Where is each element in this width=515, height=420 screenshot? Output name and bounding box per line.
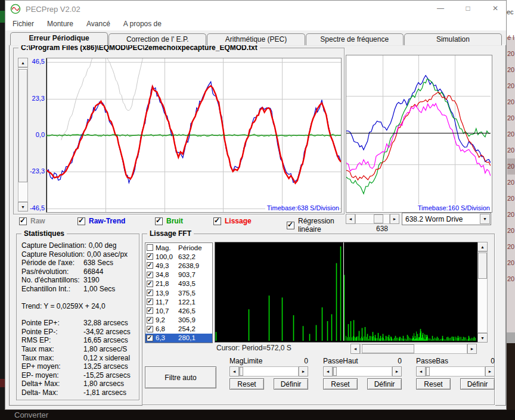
periodic-error-plot[interactable]: Timebase:638 S/Division — [46, 58, 342, 213]
tab-correction-ep[interactable]: Correction de l' E.P. — [108, 33, 206, 45]
checkbox-label: Raw-Trend — [89, 217, 125, 225]
scroll-left-icon[interactable]: ◄ — [416, 366, 426, 377]
checkbox-icon[interactable] — [147, 298, 153, 305]
tab-erreur-periodique[interactable]: Erreur Périodique — [10, 32, 108, 45]
filtre-auto-button[interactable]: Filtre auto — [145, 366, 216, 388]
checkbox-icon[interactable] — [147, 253, 153, 260]
checkbox-regression-lineaire[interactable]: Régression linéaire — [287, 217, 343, 234]
passehaut-reset-button[interactable]: Reset — [323, 378, 358, 390]
tab-spectre-frequence[interactable]: Spectre de fréquence — [306, 33, 404, 45]
scroll-right-icon[interactable]: ► — [299, 366, 308, 377]
scrollbar-thumb[interactable] — [362, 344, 414, 353]
fft-item-period: 903,7 — [178, 271, 196, 278]
scroll-left-icon[interactable]: ◄ — [346, 214, 355, 224]
checkbox-icon[interactable] — [147, 281, 153, 287]
maglimite-reset-button[interactable]: Reset — [229, 378, 264, 390]
checkbox-icon[interactable] — [287, 222, 294, 229]
slider-thumb[interactable] — [333, 367, 337, 376]
background-fragment-green — [0, 11, 5, 23]
scrollbar-thumb[interactable] — [374, 214, 383, 223]
fft-horizontal-scrollbar[interactable]: ◄ ► — [350, 344, 477, 354]
fft-list-item[interactable]: 11,7122,1 — [145, 297, 212, 306]
menu-avance[interactable]: Avancé — [86, 20, 110, 28]
checkbox-icon[interactable] — [147, 244, 153, 251]
app-icon — [10, 4, 21, 14]
scroll-left-icon[interactable]: ◄ — [350, 344, 360, 354]
passebas-definir-button[interactable]: Définir — [460, 378, 495, 390]
scrollbar-thumb[interactable] — [478, 253, 487, 279]
maximize-icon[interactable]: □ — [458, 1, 478, 16]
minimize-icon[interactable]: — — [430, 1, 451, 16]
fft-list-item[interactable]: 100,0632,2 — [145, 252, 212, 261]
stat-value: 1,80 arcsec/S — [83, 345, 127, 354]
fft-list-item[interactable]: 21,8493,5 — [145, 279, 212, 288]
checkbox-bruit[interactable]: Bruit — [155, 217, 183, 225]
worm-cycle-scrollbar[interactable]: ◄ ► — [346, 214, 399, 224]
checkbox-label: Raw — [30, 217, 45, 225]
scroll-up-icon[interactable]: ▲ — [477, 242, 488, 251]
worm-drive-select[interactable]: 638.2 Worm Drive ▼ — [402, 213, 491, 225]
checkbox-icon[interactable] — [147, 317, 153, 323]
checkbox-icon[interactable] — [213, 217, 221, 225]
checkbox-icon[interactable] — [147, 272, 153, 278]
fft-spectrum-plot[interactable] — [215, 242, 478, 343]
checkbox-icon[interactable] — [147, 290, 153, 296]
title-bar[interactable]: PECPrep V2.02 — □ ✕ — [5, 1, 506, 17]
scroll-left-icon[interactable]: ◄ — [229, 366, 239, 377]
checkbox-icon[interactable] — [147, 326, 153, 332]
checkbox-lissage[interactable]: Lissage — [213, 217, 252, 225]
main-chart-vertical-scrollbar[interactable]: ▲ ▼ — [18, 58, 28, 211]
stat-row: Pas/révolution:66844 — [21, 267, 136, 276]
checkbox-icon[interactable] — [77, 217, 85, 225]
slider-thumb[interactable] — [240, 367, 243, 376]
checkbox-icon[interactable] — [155, 217, 163, 225]
fft-component-list[interactable]: Mag.Période100,0632,249,32638,934,8903,7… — [145, 242, 213, 343]
scroll-right-icon[interactable]: ► — [390, 214, 399, 224]
stat-value: 1,80 arcsecs — [83, 379, 124, 388]
fft-list-item[interactable]: 49,32638,9 — [145, 261, 212, 270]
checkbox-icon[interactable] — [19, 217, 27, 225]
scroll-right-icon[interactable]: ► — [467, 344, 477, 354]
checkbox-raw[interactable]: Raw — [19, 217, 45, 225]
fft-list-item[interactable]: 9,2305,9 — [145, 316, 212, 325]
stat-row: RMS EP:16,65 arcsecs — [21, 336, 136, 345]
slider-thumb[interactable] — [426, 367, 430, 376]
checkbox-raw-trend[interactable]: Raw-Trend — [77, 217, 125, 225]
checkbox-icon[interactable] — [147, 307, 153, 314]
maglimite-slider[interactable]: ◄ ► — [229, 366, 308, 377]
stat-label: Pointe EP+: — [21, 319, 83, 328]
fft-vertical-scrollbar[interactable]: ▲ ▼ — [477, 242, 488, 343]
passehaut-definir-button[interactable]: Définir — [367, 378, 402, 390]
checkbox-icon[interactable] — [147, 262, 153, 269]
maglimite-definir-button[interactable]: Définir — [274, 378, 308, 390]
menu-monture[interactable]: Monture — [47, 20, 73, 28]
stat-label: Taux max: — [21, 354, 83, 363]
tab-strip: Erreur Périodique Correction de l' E.P. … — [10, 32, 502, 45]
menu-fichier[interactable]: Fichier — [13, 20, 34, 28]
close-icon[interactable]: ✕ — [485, 1, 505, 16]
tab-arithmetique-pec[interactable]: Arithmétique (PEC) — [207, 33, 305, 45]
scroll-right-icon[interactable]: ► — [392, 366, 402, 377]
tab-simulation[interactable]: Simulation — [404, 33, 502, 45]
fft-item-mag: 9,2 — [156, 316, 176, 323]
menu-a-propos[interactable]: A propos de — [123, 20, 162, 28]
fft-list-item[interactable]: 34,8903,7 — [145, 270, 212, 279]
checkbox-icon[interactable] — [147, 335, 153, 341]
fft-list-item[interactable]: 10,7426,5 — [145, 306, 212, 315]
fft-list-item[interactable]: 6,3280,1 — [145, 334, 212, 343]
scroll-left-icon[interactable]: ◄ — [323, 366, 333, 377]
worm-cycle-plot[interactable]: Timebase:160 S/Division — [346, 55, 492, 213]
passebas-reset-button[interactable]: Reset — [416, 378, 451, 390]
scroll-down-icon[interactable]: ▼ — [477, 333, 488, 343]
scroll-down-icon[interactable]: ▼ — [18, 202, 28, 211]
chevron-down-icon[interactable]: ▼ — [480, 214, 490, 224]
fft-list-item[interactable]: 6,8254,2 — [145, 325, 212, 334]
passehaut-slider[interactable]: ◄ ► — [323, 366, 402, 377]
scroll-right-icon[interactable]: ► — [485, 366, 495, 377]
scrollbar-thumb[interactable] — [18, 69, 27, 182]
passebas-slider[interactable]: ◄ ► — [416, 366, 495, 377]
fft-list-item[interactable]: 13,9375,5 — [145, 288, 212, 297]
passehaut-label: PasseHaut — [323, 357, 358, 365]
scroll-up-icon[interactable]: ▲ — [18, 58, 28, 67]
stat-value: 13,25 arcsecs — [83, 362, 128, 371]
